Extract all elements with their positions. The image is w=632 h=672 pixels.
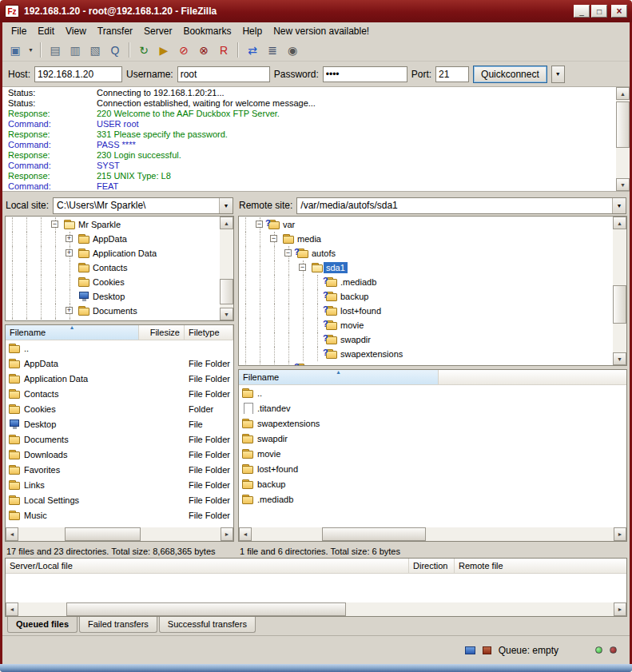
remote-list-hscrollbar[interactable]: ◄ ► [239,527,626,541]
username-input[interactable] [177,66,270,82]
file-row-desktop[interactable]: DesktopFile [6,416,233,431]
column-header-filetype[interactable]: Filetype [185,325,233,340]
host-input[interactable] [34,66,122,82]
queue-hscrollbar[interactable]: ◄ ► [6,602,626,616]
collapse-toggle-icon[interactable]: − [256,221,263,228]
tree-item-var[interactable]: −?var [239,217,613,232]
expand-toggle-icon[interactable]: + [66,249,73,256]
tree-item-downloads[interactable]: +Downloads [6,318,220,320]
column-header-server-local-file[interactable]: Server/Local file [6,559,409,573]
toggle-message-log-button[interactable]: ▤ [46,42,65,59]
tree-item-desktop[interactable]: Desktop [6,289,220,304]
collapse-toggle-icon[interactable]: − [284,249,292,256]
tree-item-autofs[interactable]: −?autofs [239,246,613,260]
expand-toggle-icon[interactable]: + [66,307,73,314]
scroll-down-button[interactable]: ▼ [616,178,630,191]
remote-site-combo[interactable]: /var/media/autofs/sda1 ▼ [296,197,626,214]
maximize-button[interactable]: □ [591,5,607,18]
local-tree-scroll-thumb[interactable] [220,279,233,304]
tree-item-media[interactable]: −media [239,232,613,246]
file-row-favorites[interactable]: FavoritesFile Folder [6,462,233,477]
file-row-lost-found[interactable]: lost+found [239,461,626,476]
tree-item-mediadb[interactable]: ?.mediadb [239,275,613,289]
tab-failed-transfers[interactable]: Failed transfers [79,617,157,633]
close-button[interactable]: × [611,5,627,18]
scroll-up-button[interactable]: ▲ [616,87,630,100]
reconnect-button[interactable]: R [214,42,233,59]
local-combo-dropdown-button[interactable]: ▼ [219,198,233,213]
file-row-appdata[interactable]: AppDataFile Folder [6,356,233,371]
column-header-direction[interactable]: Direction [409,559,455,573]
scroll-up-button[interactable]: ▲ [613,217,626,229]
toggle-local-tree-button[interactable]: ▥ [66,42,85,59]
tab-successful-transfers[interactable]: Successful transfers [159,617,256,633]
local-site-combo[interactable]: C:\Users\Mr Sparkle\ ▼ [53,197,233,214]
remote-tree-scroll-thumb[interactable] [613,285,626,324]
file-row-music[interactable]: MusicFile Folder [6,507,233,523]
queue-scroll-thumb[interactable] [66,602,346,616]
statusbar-monitor-icon[interactable] [465,646,475,654]
file-row-mediadb[interactable]: .mediadb [239,491,626,507]
tree-item-backup[interactable]: ?backup [239,289,613,304]
file-row-cookies[interactable]: CookiesFolder [6,401,233,416]
password-input[interactable] [323,66,407,82]
refresh-button[interactable]: ↻ [134,42,153,59]
collapse-toggle-icon[interactable]: − [299,264,306,271]
collapse-toggle-icon[interactable]: − [51,221,58,228]
collapse-toggle-icon[interactable]: − [270,235,277,242]
menu-item-transfer[interactable]: Transfer [92,24,138,38]
file-row-backup[interactable]: backup [239,476,626,491]
menu-item-bookmarks[interactable]: Bookmarks [177,24,237,38]
menu-item-edit[interactable]: Edit [32,24,60,38]
file-row-contacts[interactable]: ContactsFile Folder [6,386,233,401]
tree-item-movie[interactable]: ?movie [239,318,613,332]
scroll-up-button[interactable]: ▲ [220,217,233,229]
directory-comparison-button[interactable]: ≣ [263,42,282,59]
menu-item-view[interactable]: View [60,24,92,38]
column-header-filename[interactable]: Filename▴ [6,325,139,340]
tree-item-sda1[interactable]: −sda1 [239,260,613,275]
toggle-remote-tree-button[interactable]: ▧ [85,42,105,59]
menu-item-file[interactable]: File [6,24,32,38]
file-row-movie[interactable]: movie [239,446,626,461]
scroll-down-button[interactable]: ▼ [613,352,626,365]
tree-item-application-data[interactable]: +Application Data [6,246,220,260]
file-row-titandev[interactable]: .titandev [239,400,626,416]
expand-toggle-icon[interactable]: + [66,235,73,242]
disconnect-button[interactable]: ⊗ [194,42,213,59]
cancel-button[interactable]: ⊘ [174,42,193,59]
port-input[interactable] [435,66,469,82]
tree-item-cookies[interactable]: Cookies [6,275,220,289]
file-row-local-settings[interactable]: Local SettingsFile Folder [6,492,233,507]
tree-item-contacts[interactable]: Contacts [6,260,220,275]
local-list-scroll-thumb[interactable] [65,527,141,541]
file-row-links[interactable]: LinksFile Folder [6,477,233,492]
log-scrollbar[interactable]: ▲ ▼ [616,87,630,191]
local-tree-scrollbar[interactable]: ▲ ▼ [220,217,233,320]
tree-item-mr-sparkle[interactable]: −Mr Sparkle [6,217,220,232]
scroll-down-button[interactable]: ▼ [220,308,233,320]
minimize-button[interactable]: _ [574,5,590,18]
remote-list-scroll-thumb[interactable] [322,527,426,541]
remote-combo-dropdown-button[interactable]: ▼ [612,198,626,213]
file-row-parent[interactable]: .. [239,385,626,400]
column-header-filename[interactable]: Filename▴ [239,370,439,384]
scroll-right-button[interactable]: ► [614,527,626,541]
file-row-downloads[interactable]: DownloadsFile Folder [6,447,233,462]
remote-tree-scrollbar[interactable]: ▲ ▼ [613,217,626,365]
tree-item-swapdir[interactable]: ?swapdir [239,332,613,347]
file-row-swapextensions[interactable]: swapextensions [239,416,626,431]
column-header-remote-file[interactable]: Remote file [455,559,626,573]
statusbar-alert-icon[interactable] [483,646,491,654]
find-files-button[interactable]: ◉ [283,42,302,59]
quickconnect-button[interactable]: Quickconnect [473,66,547,83]
menu-item-new-version-available[interactable]: New version available! [268,24,375,38]
tree-item-swapextensions[interactable]: ?swapextensions [239,347,613,361]
menu-item-help[interactable]: Help [237,24,268,38]
process-queue-button[interactable]: ▶ [154,42,173,59]
log-scroll-thumb[interactable] [616,101,630,148]
scroll-left-button[interactable]: ◄ [239,527,252,541]
scroll-right-button[interactable]: ► [221,527,233,541]
scroll-left-button[interactable]: ◄ [6,527,18,541]
scroll-right-button[interactable]: ► [614,602,626,616]
